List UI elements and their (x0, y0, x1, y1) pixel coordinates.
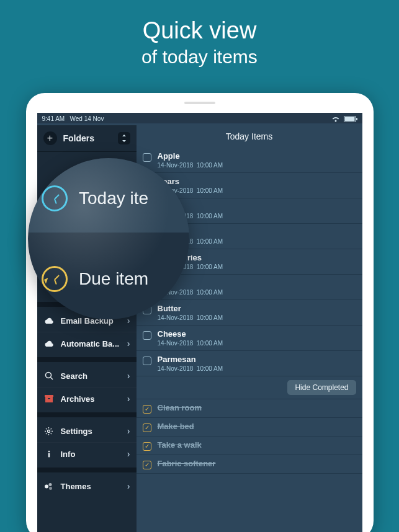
list-item[interactable]: Butter14-Nov-2018 10:00 AM (137, 300, 362, 326)
magnifier-today-label: Today ite (79, 188, 148, 208)
chevron-right-icon: › (127, 481, 130, 491)
cloud-icon (43, 315, 55, 326)
promo-subtitle: of today items (0, 47, 399, 68)
sidebar-item-auto-backup[interactable]: Automatic Ba...› (37, 332, 137, 355)
chevron-right-icon: › (127, 316, 130, 326)
chevron-right-icon: › (127, 339, 130, 348)
magnifier-overlay: Today ite Due item (28, 158, 189, 319)
sidebar-item-label: Automatic Ba... (61, 339, 121, 348)
folders-label: Folders (63, 133, 112, 143)
checkbox-checked[interactable]: ✓ (143, 405, 151, 414)
status-time: 9:41 AM Wed 14 Nov (42, 115, 104, 122)
svg-point-11 (45, 484, 48, 488)
svg-rect-7 (48, 398, 50, 399)
item-title: Butter (158, 304, 223, 313)
item-title: Fabric softener (158, 459, 216, 468)
svg-point-13 (49, 487, 52, 490)
promo-title: Quick view (0, 17, 399, 44)
sidebar-item-info[interactable]: Info› (37, 442, 137, 465)
item-title: Take a walk (158, 440, 202, 450)
item-meta: 14-Nov-2018 10:00 AM (158, 340, 223, 347)
chevron-right-icon: › (127, 394, 130, 404)
svg-point-9 (48, 451, 50, 453)
checkbox[interactable] (143, 357, 151, 365)
svg-point-3 (45, 373, 51, 378)
sidebar-item-label: Themes (61, 482, 121, 491)
item-meta: 14-Nov-2018 10:00 AM (158, 365, 223, 372)
status-time-text: 9:41 AM (42, 115, 65, 122)
clock-icon (42, 185, 68, 211)
chevron-right-icon: › (127, 371, 130, 381)
sidebar-item-label: Settings (61, 427, 121, 436)
sidebar-item-label: Info (61, 450, 121, 459)
battery-icon (344, 116, 357, 122)
checkbox[interactable] (143, 331, 151, 340)
wifi-icon (331, 116, 340, 122)
status-bar: 9:41 AM Wed 14 Nov (37, 113, 362, 123)
checkbox-checked[interactable]: ✓ (143, 461, 151, 469)
list-item[interactable]: ✓Fabric softener (137, 455, 362, 474)
list-item[interactable]: ✓Take a walk (137, 437, 362, 455)
list-item[interactable]: Cheese14-Nov-2018 10:00 AM (137, 326, 362, 351)
promo-banner: Quick view of today items (0, 0, 399, 68)
svg-rect-10 (48, 453, 49, 458)
chevron-right-icon: › (127, 426, 130, 436)
hide-completed-row: Hide Completed (137, 376, 362, 399)
item-title: Clean room (158, 403, 202, 412)
item-title: Parmesan (158, 355, 223, 364)
sidebar-item-settings[interactable]: Settings› (37, 420, 137, 442)
svg-point-12 (49, 483, 52, 486)
theme-icon (43, 481, 55, 492)
main-title: Today Items (137, 125, 362, 148)
sidebar-item-label: Search (61, 371, 121, 381)
device-speaker (184, 102, 215, 104)
cloud-icon (43, 338, 55, 349)
svg-rect-5 (45, 395, 53, 397)
list-item[interactable]: ✓Clean room (137, 399, 362, 418)
item-meta: 14-Nov-2018 10:00 AM (158, 314, 223, 321)
add-folder-button[interactable]: + (43, 131, 57, 145)
list-item[interactable]: ✓Make bed (137, 418, 362, 437)
item-meta: 14-Nov-2018 10:00 AM (158, 162, 223, 169)
sidebar-item-archives[interactable]: Archives› (37, 387, 137, 410)
svg-line-4 (50, 378, 53, 380)
list-item[interactable]: Apple14-Nov-2018 10:00 AM (137, 148, 362, 173)
svg-rect-2 (356, 118, 357, 120)
svg-rect-1 (344, 117, 354, 121)
sidebar-item-search[interactable]: Search› (37, 365, 137, 387)
sidebar-header: + Folders (37, 125, 137, 152)
hide-completed-button[interactable]: Hide Completed (287, 380, 356, 395)
archive-icon (43, 393, 55, 404)
sidebar-item-themes[interactable]: Themes› (37, 475, 137, 497)
sidebar-item-label: Archives (61, 394, 121, 404)
item-title: Cheese (158, 329, 223, 339)
svg-rect-6 (45, 397, 53, 402)
checkbox-checked[interactable]: ✓ (143, 423, 151, 432)
item-title: Apple (158, 151, 223, 161)
magnifier-due-label: Due item (79, 269, 148, 289)
search-icon (43, 370, 55, 381)
item-title: Make bed (158, 422, 194, 431)
checkbox[interactable] (143, 153, 151, 162)
history-clock-icon (42, 266, 68, 292)
status-date-text: Wed 14 Nov (70, 115, 104, 122)
gear-icon (43, 425, 55, 437)
chevron-right-icon: › (127, 449, 130, 459)
checkbox-checked[interactable]: ✓ (143, 442, 151, 451)
list-item[interactable]: Parmesan14-Nov-2018 10:00 AM (137, 351, 362, 376)
info-icon (43, 448, 55, 459)
svg-point-8 (48, 430, 50, 432)
sort-folders-button[interactable] (118, 132, 130, 144)
